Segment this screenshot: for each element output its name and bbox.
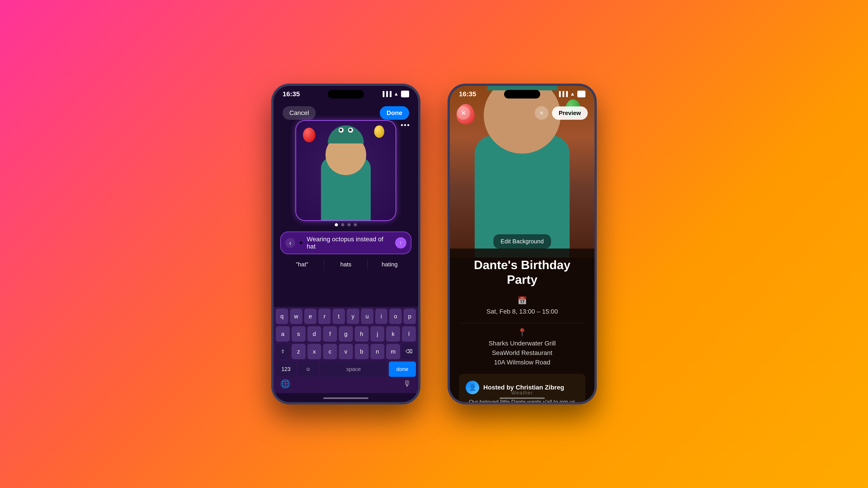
key-j[interactable]: j xyxy=(370,326,384,341)
key-r[interactable]: r xyxy=(318,308,331,324)
status-time-2: 16:35 xyxy=(459,90,476,98)
signal-icon-1: ▐▐▐ xyxy=(381,91,392,97)
key-t[interactable]: t xyxy=(333,308,345,324)
octopus-eye-right xyxy=(348,128,353,133)
dot-4[interactable] xyxy=(354,223,357,226)
key-d[interactable]: d xyxy=(307,326,321,341)
key-n[interactable]: n xyxy=(370,344,384,359)
sliders-button[interactable]: ≡ xyxy=(535,106,548,120)
page-dots xyxy=(335,223,357,226)
kb-row-3: ⇧ z x c v b n m ⌫ xyxy=(276,344,416,359)
key-z[interactable]: z xyxy=(291,344,306,359)
status-icons-1: ▐▐▐ ▲ 68 xyxy=(381,91,409,97)
kb-row-4: 123 ☺ space done xyxy=(276,361,416,377)
key-123[interactable]: 123 xyxy=(276,361,296,377)
key-w[interactable]: w xyxy=(290,308,303,324)
image-container xyxy=(296,121,396,220)
autocomplete-2[interactable]: hats xyxy=(324,259,368,270)
key-x[interactable]: x xyxy=(307,344,321,359)
location-icon: 📍 xyxy=(459,328,585,337)
mic-icon[interactable]: 🎙 xyxy=(403,379,411,389)
scroll-indicator: Weather xyxy=(511,390,533,396)
status-time-1: 16:35 xyxy=(283,90,300,98)
key-y[interactable]: y xyxy=(347,308,359,324)
dot-1[interactable] xyxy=(335,223,338,226)
key-u[interactable]: u xyxy=(361,308,373,324)
key-o[interactable]: o xyxy=(389,308,402,324)
dot-2[interactable] xyxy=(341,223,344,226)
home-indicator-2 xyxy=(500,397,545,399)
event-location-text: Sharks Underwater Grill SeaWorld Restaur… xyxy=(459,339,585,367)
home-indicator-1 xyxy=(323,397,368,399)
octopus-eye-left xyxy=(339,128,344,133)
key-c[interactable]: c xyxy=(323,344,337,359)
more-options[interactable]: ••• xyxy=(401,121,410,129)
key-b[interactable]: b xyxy=(355,344,369,359)
event-date-text: Sat, Feb 8, 13:00 – 15:00 xyxy=(459,307,585,316)
calendar-icon: 📅 xyxy=(459,296,585,305)
prompt-input-row: ‹ ✦ Wearing octopus instead of hat ↑ xyxy=(280,232,411,254)
sparkle-icon: ✦ xyxy=(298,239,304,247)
event-content: Dante's BirthdayParty 📅 Sat, Feb 8, 13:0… xyxy=(450,249,594,404)
key-q[interactable]: q xyxy=(276,308,288,324)
divider-1 xyxy=(459,323,585,323)
key-emoji[interactable]: ☺ xyxy=(298,361,318,377)
prompt-area: ‹ ✦ Wearing octopus instead of hat ↑ "ha… xyxy=(280,232,411,272)
wifi-icon-1: ▲ xyxy=(394,91,399,97)
octopus-eyes xyxy=(339,128,353,133)
key-p[interactable]: p xyxy=(403,308,416,324)
kb-row-1: q w e r t y u i o p xyxy=(276,308,416,324)
done-button[interactable]: Done xyxy=(380,106,409,120)
prompt-text[interactable]: Wearing octopus instead of hat xyxy=(307,236,392,250)
key-space[interactable]: space xyxy=(320,361,387,377)
event-title: Dante's BirthdayParty xyxy=(459,258,585,287)
key-e[interactable]: e xyxy=(304,308,317,324)
baby-image-1 xyxy=(296,121,396,220)
autocomplete-row: "hat" hats hating xyxy=(280,254,411,272)
edit-background-button[interactable]: Edit Background xyxy=(493,234,551,249)
top-bar-2: ✕ ≡ Preview xyxy=(450,104,594,122)
close-button[interactable]: ✕ xyxy=(457,106,470,120)
top-bar-right: ≡ Preview xyxy=(535,106,588,120)
key-h[interactable]: h xyxy=(355,326,369,341)
globe-icon[interactable]: 🌐 xyxy=(280,379,290,389)
phone-1: 16:35 ▐▐▐ ▲ 68 Cancel Done ••• xyxy=(271,84,421,404)
preview-button[interactable]: Preview xyxy=(552,106,588,120)
key-g[interactable]: g xyxy=(339,326,353,341)
key-l[interactable]: l xyxy=(402,326,416,341)
event-date-section: 📅 Sat, Feb 8, 13:00 – 15:00 xyxy=(459,296,585,316)
balloon-red xyxy=(303,128,315,142)
key-s[interactable]: s xyxy=(291,326,306,341)
key-a[interactable]: a xyxy=(276,326,290,341)
top-bar-1: Cancel Done xyxy=(274,104,418,122)
back-chevron[interactable]: ‹ xyxy=(285,238,295,248)
dot-3[interactable] xyxy=(347,223,350,226)
signal-icon-2: ▐▐▐ xyxy=(557,91,568,97)
phone-2: 16:35 ▐▐▐ ▲ 68 Edit Background ✕ ≡ Previ… xyxy=(447,84,597,404)
autocomplete-1[interactable]: "hat" xyxy=(280,259,324,270)
host-section: 👤 Hosted by Christian Zibreg Our beloved… xyxy=(459,374,585,404)
autocomplete-3[interactable]: hating xyxy=(368,259,411,270)
key-f[interactable]: f xyxy=(323,326,337,341)
kb-row-2: a s d f g h j k l xyxy=(276,326,416,341)
event-location-section: 📍 Sharks Underwater Grill SeaWorld Resta… xyxy=(459,328,585,367)
key-shift[interactable]: ⇧ xyxy=(276,344,290,359)
dynamic-island-2 xyxy=(504,90,540,98)
key-k[interactable]: k xyxy=(386,326,400,341)
cancel-button[interactable]: Cancel xyxy=(283,106,316,120)
battery-1: 68 xyxy=(401,91,409,97)
key-delete[interactable]: ⌫ xyxy=(402,344,416,359)
key-done[interactable]: done xyxy=(389,361,416,377)
battery-2: 68 xyxy=(577,91,585,97)
wifi-icon-2: ▲ xyxy=(570,91,575,97)
kb-bottom-icons: 🌐 🎙 xyxy=(276,377,416,389)
key-v[interactable]: v xyxy=(339,344,353,359)
key-i[interactable]: i xyxy=(375,308,388,324)
host-avatar: 👤 xyxy=(466,381,479,394)
send-button[interactable]: ↑ xyxy=(395,237,406,249)
status-icons-2: ▐▐▐ ▲ 68 xyxy=(557,91,585,97)
dynamic-island-1 xyxy=(328,90,364,98)
balloon-yellow xyxy=(374,125,384,138)
key-m[interactable]: m xyxy=(386,344,400,359)
keyboard: q w e r t y u i o p a s d f g h j k l ⇧ … xyxy=(274,307,418,393)
